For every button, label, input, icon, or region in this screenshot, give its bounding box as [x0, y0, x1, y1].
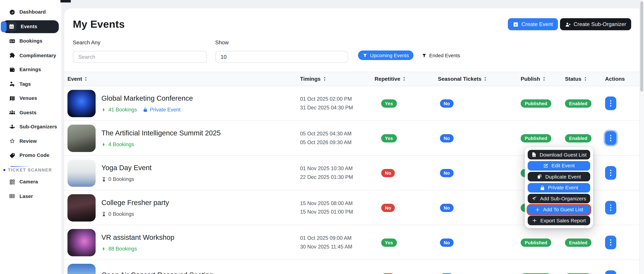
column-header-publish[interactable]: Publish	[521, 76, 565, 82]
gauge-icon	[9, 9, 15, 15]
event-title: Global Marketing Conference	[102, 94, 193, 102]
main-content: My Events Create Event Create Sub-Organi…	[61, 0, 640, 274]
row-actions-button[interactable]	[605, 97, 616, 110]
event-row-vr-assistant-workshop: VR assistant Workshop 88 Bookings 01 Oct…	[64, 225, 640, 260]
column-header-status[interactable]: Status	[565, 76, 605, 82]
column-label: Repetitive	[374, 76, 400, 82]
vertical-scrollbar[interactable]	[640, 0, 644, 274]
calendar-icon	[6, 22, 16, 31]
sidebar-item-label: Promo Code	[20, 152, 50, 158]
event-end-time: 31 Dec 2025 04:30 PM	[300, 105, 353, 111]
header-actions: Create Event Create Sub-Organizer	[508, 18, 631, 30]
sidebar-item-events[interactable]: Events	[2, 20, 59, 33]
event-start-time: 01 Oct 2025 09:00 AM	[300, 235, 352, 241]
column-header-timings[interactable]: Timings	[300, 76, 374, 82]
sort-icon	[542, 77, 546, 81]
row-actions-button[interactable]	[605, 166, 616, 180]
seasonal-tickets-badge: No	[440, 169, 454, 177]
bookings-label: 41 Bookings	[108, 107, 137, 112]
menu-item-label: Duplicate Event	[545, 174, 581, 179]
sidebar-item-complimentary[interactable]: Complimentary	[2, 49, 59, 61]
table-header: EventTimingsRepetitiveSeasonal TicketsPu…	[64, 72, 640, 86]
menu-item-download-guest-list[interactable]: csv Download Guest List	[528, 150, 590, 159]
event-start-time: 05 Oct 2025 04:30 AM	[300, 131, 352, 137]
sidebar-item-laser[interactable]: Laser	[2, 190, 59, 202]
sidebar-item-promo-code[interactable]: Promo Code	[2, 149, 59, 161]
row-actions-button[interactable]	[605, 131, 616, 145]
sidebar-item-label: Camera	[20, 179, 38, 185]
plus-icon	[535, 207, 540, 212]
column-header-event[interactable]: Event	[64, 76, 300, 82]
ended-events-filter[interactable]: Ended Events	[419, 52, 462, 59]
menu-item-export-sales-report[interactable]: Export Sales Report	[528, 216, 590, 225]
event-title: Yoga Day Event	[102, 164, 152, 172]
event-start-time: 01 Oct 2025 02:00 PM	[300, 96, 352, 102]
lock-icon	[540, 185, 545, 190]
menu-item-label: Add Sub-Organizers	[540, 196, 586, 201]
filters-bar: Search Any Show Upcoming Events Ended Ev…	[64, 30, 640, 68]
event-row-global-marketing-conference: Global Marketing Conference 41 Bookings …	[64, 86, 640, 121]
upcoming-events-label: Upcoming Events	[370, 52, 409, 58]
event-thumbnail-ai-summit	[68, 125, 96, 152]
star-icon	[9, 138, 15, 144]
sidebar-item-earnings[interactable]: Earnings	[2, 63, 59, 76]
column-header-seasonal-tickets[interactable]: Seasonal Tickets	[438, 76, 521, 82]
sidebar-item-bookings[interactable]: $ Bookings	[2, 35, 59, 47]
menu-item-add-to-guest-list[interactable]: Add To Guest List	[528, 205, 590, 214]
calendar-plus-icon	[513, 21, 519, 27]
column-label: Event	[68, 76, 82, 82]
sidebar-item-guests[interactable]: Guests	[2, 106, 59, 119]
event-end-time: 22 Dec 2025 01:30 PM	[300, 174, 353, 180]
sidebar-section-label: TICKET SCANNER	[8, 167, 52, 172]
bolt-icon	[102, 107, 106, 112]
barcode-icon	[9, 193, 15, 199]
menu-item-label: Add To Guest List	[543, 206, 583, 212]
publish-badge: Published	[521, 99, 552, 107]
event-title: College Fresher party	[102, 198, 169, 207]
bookings-count: 4 Bookings	[102, 141, 134, 147]
sidebar-item-sub-organizers[interactable]: Sub-Organizers	[2, 120, 59, 133]
sidebar-item-tags[interactable]: Tags	[2, 78, 59, 90]
show-input[interactable]	[215, 51, 348, 63]
repetitive-badge: Yes	[381, 238, 397, 246]
sidebar-item-label: Bookings	[20, 38, 42, 44]
menu-item-duplicate-event[interactable]: Duplicate Event	[528, 172, 590, 181]
qr-icon	[9, 179, 15, 185]
menu-item-add-sub-organizers[interactable]: Add Sub-Organizers	[528, 194, 590, 203]
menu-item-edit-event[interactable]: Edit Event	[528, 161, 590, 170]
sidebar-item-camera[interactable]: Camera	[2, 175, 59, 188]
event-end-time: 30 Nov 2025 11:45 AM	[300, 244, 352, 250]
event-thumbnail-globe-conference	[68, 90, 96, 117]
menu-item-label: Download Guest List	[540, 152, 587, 158]
search-input[interactable]	[73, 51, 207, 63]
row-actions-button[interactable]	[605, 270, 616, 274]
svg-text:csv: csv	[532, 155, 535, 157]
sidebar-item-venues[interactable]: Venues	[2, 92, 59, 104]
bookings-count: 88 Bookings	[102, 246, 137, 252]
event-start-time: 15 Nov 2025 08:00 AM	[300, 200, 353, 206]
user-arrows-icon	[9, 124, 15, 130]
sidebar-item-dashboard[interactable]: Dashboard	[2, 6, 59, 18]
create-sub-organizer-button[interactable]: Create Sub-Organizer	[560, 18, 631, 30]
column-label: Seasonal Tickets	[438, 76, 482, 82]
event-title: Open Air Concert Reserved Seating	[102, 271, 213, 274]
sort-icon	[322, 77, 327, 81]
menu-item-label: Export Sales Report	[540, 218, 586, 223]
person-plus-icon	[565, 21, 571, 27]
column-label: Actions	[605, 76, 625, 82]
page-title: My Events	[73, 18, 125, 30]
create-event-button[interactable]: Create Event	[508, 18, 558, 30]
repetitive-badge: Yes	[381, 99, 397, 107]
lock-icon	[143, 107, 148, 112]
sidebar-item-label: Complimentary	[20, 52, 56, 58]
row-actions-button[interactable]	[605, 235, 616, 249]
hourglass-icon	[102, 177, 106, 182]
row-actions-button[interactable]	[605, 201, 616, 214]
menu-item-private-event[interactable]: Private Event	[528, 183, 590, 192]
upcoming-events-filter[interactable]: Upcoming Events	[358, 51, 414, 60]
scrollbar-thumb[interactable]	[640, 1, 643, 91]
show-label: Show	[215, 39, 348, 46]
sidebar: Dashboard Events $ Bookings Complimentar…	[0, 0, 61, 274]
column-header-repetitive[interactable]: Repetitive	[374, 76, 438, 82]
sidebar-item-review[interactable]: Review	[2, 135, 59, 147]
